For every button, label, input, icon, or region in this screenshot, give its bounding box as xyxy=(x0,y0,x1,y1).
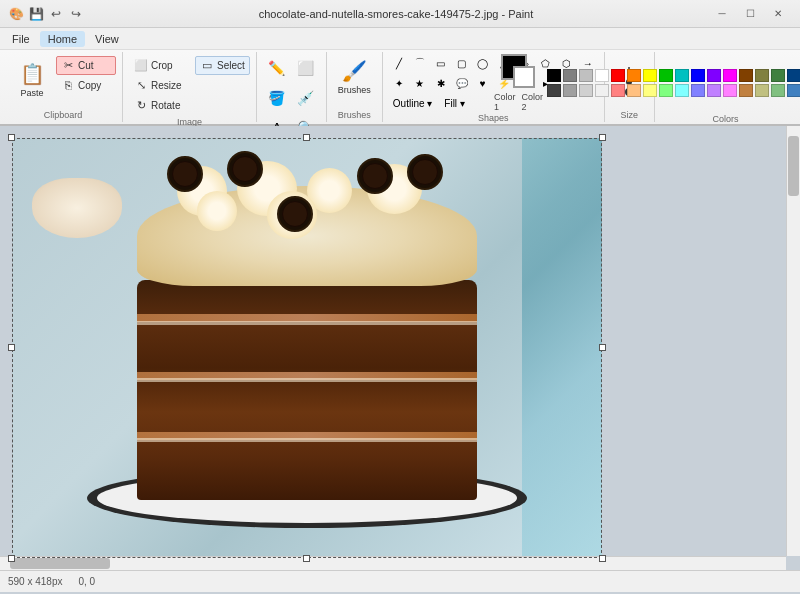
cream-side-1 xyxy=(137,438,477,442)
swatch-0[interactable] xyxy=(547,69,561,82)
crop-label: Crop xyxy=(151,60,173,71)
shape-star4[interactable]: ✦ xyxy=(389,74,409,92)
image-canvas[interactable] xyxy=(12,138,602,558)
cut-label: Cut xyxy=(78,60,94,71)
rotate-button[interactable]: ↻ Rotate xyxy=(129,96,189,115)
shape-callout[interactable]: 💬 xyxy=(452,74,472,92)
swatch-20[interactable] xyxy=(611,84,625,97)
handle-bottom-right[interactable] xyxy=(599,555,606,562)
shape-curve[interactable]: ⌒ xyxy=(410,54,430,72)
swatch-4[interactable] xyxy=(611,69,625,82)
swatch-3[interactable] xyxy=(595,69,609,82)
save-icon[interactable]: 💾 xyxy=(28,6,44,22)
colorpicker-button[interactable]: 💉 xyxy=(292,84,320,112)
cake-body xyxy=(137,280,477,500)
ribbon-group-clipboard: 📋 Paste ✂ Cut ⎘ Copy Clipboard xyxy=(4,52,123,122)
cream-side-2 xyxy=(137,378,477,382)
menu-view[interactable]: View xyxy=(87,31,127,47)
pencil-button[interactable]: ✏️ xyxy=(263,54,291,82)
close-button[interactable]: ✕ xyxy=(764,4,792,24)
swatch-21[interactable] xyxy=(627,84,641,97)
shape-roundrect[interactable]: ▢ xyxy=(452,54,472,72)
cut-button[interactable]: ✂ Cut xyxy=(56,56,116,75)
shape-star5[interactable]: ★ xyxy=(410,74,430,92)
swatch-8[interactable] xyxy=(675,69,689,82)
swatch-22[interactable] xyxy=(643,84,657,97)
ribbon-group-brushes: 🖌️ Brushes Brushes xyxy=(327,52,383,122)
copy-icon: ⎘ xyxy=(61,79,75,91)
swatch-23[interactable] xyxy=(659,84,673,97)
scrollbar-horizontal[interactable] xyxy=(0,556,786,570)
swatch-2[interactable] xyxy=(579,69,593,82)
swatch-7[interactable] xyxy=(659,69,673,82)
swatch-15[interactable] xyxy=(787,69,800,82)
handle-bottom-left[interactable] xyxy=(8,555,15,562)
handle-bottom-middle[interactable] xyxy=(303,555,310,562)
outline-button[interactable]: Outline ▾ xyxy=(389,96,436,111)
swatch-24[interactable] xyxy=(675,84,689,97)
fill-button[interactable]: 🪣 xyxy=(263,84,291,112)
ribbon: 📋 Paste ✂ Cut ⎘ Copy Clipboard xyxy=(0,50,800,126)
swatch-9[interactable] xyxy=(691,69,705,82)
swatch-27[interactable] xyxy=(723,84,737,97)
scrollbar-vertical[interactable] xyxy=(786,126,800,556)
select-button[interactable]: ▭ Select xyxy=(195,56,250,75)
handle-top-right[interactable] xyxy=(599,134,606,141)
swatch-30[interactable] xyxy=(771,84,785,97)
shape-rect[interactable]: ▭ xyxy=(431,54,451,72)
swatch-17[interactable] xyxy=(563,84,577,97)
color2-box[interactable] xyxy=(513,66,535,88)
color1-label: Color 1 xyxy=(494,92,516,112)
cream-side-3 xyxy=(137,321,477,325)
swatch-31[interactable] xyxy=(787,84,800,97)
brushes-button[interactable]: 🖌️ Brushes xyxy=(333,54,376,106)
maximize-button[interactable]: ☐ xyxy=(736,4,764,24)
title-bar: 🎨 💾 ↩ ↪ chocolate-and-nutella-smores-cak… xyxy=(0,0,800,28)
shape-ellipse[interactable]: ◯ xyxy=(473,54,493,72)
fill-button[interactable]: Fill ▾ xyxy=(440,96,469,111)
handle-middle-right[interactable] xyxy=(599,344,606,351)
ribbon-group-colors: Color 1 Color 2 xyxy=(655,52,796,122)
swatch-28[interactable] xyxy=(739,84,753,97)
crop-button[interactable]: ⬜ Crop xyxy=(129,56,189,75)
swatch-11[interactable] xyxy=(723,69,737,82)
rotate-label: Rotate xyxy=(151,100,180,111)
menu-home[interactable]: Home xyxy=(40,31,85,47)
swatch-10[interactable] xyxy=(707,69,721,82)
handle-top-left[interactable] xyxy=(8,134,15,141)
shape-line[interactable]: ╱ xyxy=(389,54,409,72)
scroll-thumb-vertical[interactable] xyxy=(788,136,799,196)
scroll-thumb-horizontal[interactable] xyxy=(10,558,110,569)
swatch-13[interactable] xyxy=(755,69,769,82)
oreo-3 xyxy=(357,158,393,194)
menu-file[interactable]: File xyxy=(4,31,38,47)
paste-button[interactable]: 📋 Paste xyxy=(10,54,54,106)
swatch-16[interactable] xyxy=(547,84,561,97)
copy-button[interactable]: ⎘ Copy xyxy=(56,76,116,94)
minimize-button[interactable]: ─ xyxy=(708,4,736,24)
resize-button[interactable]: ⤡ Resize xyxy=(129,76,189,95)
swatch-18[interactable] xyxy=(579,84,593,97)
swatch-5[interactable] xyxy=(627,69,641,82)
cut-copy-group: ✂ Cut ⎘ Copy xyxy=(56,54,116,94)
swatch-1[interactable] xyxy=(563,69,577,82)
color-selector: Color 1 Color 2 xyxy=(494,54,543,112)
window-controls: ─ ☐ ✕ xyxy=(708,4,792,24)
shape-star6[interactable]: ✱ xyxy=(431,74,451,92)
swatch-26[interactable] xyxy=(707,84,721,97)
swatch-29[interactable] xyxy=(755,84,769,97)
swatch-12[interactable] xyxy=(739,69,753,82)
undo-icon[interactable]: ↩ xyxy=(48,6,64,22)
shape-heart[interactable]: ♥ xyxy=(473,74,493,92)
swatch-19[interactable] xyxy=(595,84,609,97)
swatch-6[interactable] xyxy=(643,69,657,82)
rotate-icon: ↻ xyxy=(134,99,148,112)
swatch-25[interactable] xyxy=(691,84,705,97)
eraser-button[interactable]: ⬜ xyxy=(292,54,320,82)
handle-middle-left[interactable] xyxy=(8,344,15,351)
handle-top-middle[interactable] xyxy=(303,134,310,141)
redo-icon[interactable]: ↪ xyxy=(68,6,84,22)
swatch-14[interactable] xyxy=(771,69,785,82)
paste-label: Paste xyxy=(20,88,43,98)
cut-icon: ✂ xyxy=(61,59,75,72)
